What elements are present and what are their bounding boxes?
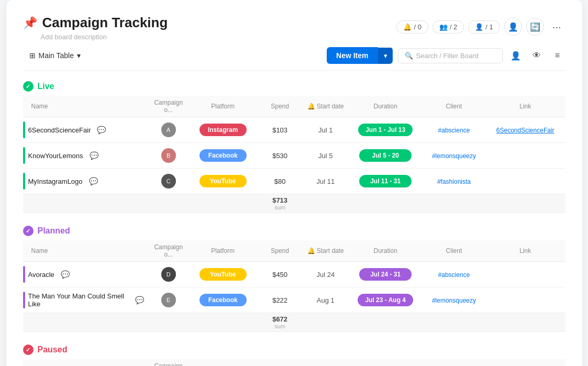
section-paused: ✓ Paused NameCampaign o...PlatformSpend🔔… <box>23 345 565 366</box>
sum-empty-4 <box>348 194 423 213</box>
col-header-duration: Duration <box>348 240 423 262</box>
spend-value: $530 <box>272 152 287 160</box>
search-box[interactable]: 🔍 Search / Filter Board <box>398 48 503 63</box>
bell-col-icon: 🔔 <box>307 103 315 110</box>
section-header-live: ✓ Live <box>23 81 565 92</box>
start-date: Jul 5 <box>318 152 332 160</box>
header-right: 🔔 / 0 👥 / 2 👤 / 1 👤 🔄 ··· <box>396 18 565 36</box>
col-header-client: Client <box>423 96 485 117</box>
row-name: KnowYourLemons <box>28 152 83 160</box>
pin-icon: 📌 <box>23 16 37 30</box>
sections-container: ✓ Live NameCampaign o...PlatformSpend🔔St… <box>23 81 565 366</box>
comment-icon[interactable]: 💬 <box>90 151 98 160</box>
sum-value: $713 <box>261 196 298 204</box>
row-color-bar <box>23 292 25 308</box>
section-status-icon-paused: ✓ <box>23 345 34 355</box>
chevron-down-icon: ▾ <box>77 51 81 60</box>
row-name-cell: Avoracle 💬 <box>23 266 145 283</box>
col-header-spend: Spend <box>257 359 303 366</box>
group-badge[interactable]: 👥 / 2 <box>432 20 464 34</box>
row-name-cell: KnowYourLemons 💬 <box>23 147 145 164</box>
platform-badge: YouTube <box>199 175 247 187</box>
avatar: C <box>161 174 176 188</box>
table-icon: ⊞ <box>29 51 36 60</box>
share-button[interactable]: 🔄 <box>526 18 544 36</box>
sum-value-cell: $672 sum <box>257 313 303 332</box>
groups-icon: 👥 <box>439 23 448 31</box>
user-badge[interactable]: 👤 / 1 <box>468 20 500 34</box>
new-item-dropdown-button[interactable]: ▾ <box>378 48 393 64</box>
sum-empty-3 <box>303 313 348 332</box>
table-planned: NameCampaign o...PlatformSpend🔔Start dat… <box>23 240 565 332</box>
notification-badge[interactable]: 🔔 / 0 <box>396 20 428 34</box>
comment-icon[interactable]: 💬 <box>97 126 106 134</box>
col-header-link: Link <box>485 96 565 117</box>
col-header-name: Name <box>23 240 149 262</box>
sum-row: $672 sum <box>23 313 565 332</box>
person-add-icon: 👤 <box>508 22 518 32</box>
col-header-duration: Duration <box>348 96 423 117</box>
avatar: D <box>161 267 176 282</box>
col-header-campaigno...: Campaign o... <box>148 240 188 262</box>
col-header-spend: Spend <box>257 240 303 262</box>
spend-value: $450 <box>272 271 287 279</box>
duration-badge: Jul 23 - Aug 4 <box>358 294 413 306</box>
link-value[interactable]: 6SecondScienceFair <box>496 127 554 134</box>
col-header-client: Client <box>423 359 485 366</box>
comment-icon[interactable]: 💬 <box>135 296 144 304</box>
sum-empty-2 <box>188 313 257 332</box>
user-icon: 👤 <box>475 23 483 31</box>
section-title-live: Live <box>38 82 54 91</box>
platform-badge: Instagram <box>199 124 247 136</box>
sum-row: $713 sum <box>23 194 565 213</box>
col-header-duration: Duration <box>348 359 423 366</box>
col-header-startdate: 🔔Start date <box>303 240 348 262</box>
section-title-paused: Paused <box>38 345 68 354</box>
client-tag: #lemonsqueezy <box>432 152 476 160</box>
new-item-button-group: New Item ▾ <box>327 47 392 64</box>
col-header-startdate: 🔔Start date <box>303 359 348 366</box>
section-status-icon-live: ✓ <box>23 81 34 92</box>
filter-button[interactable]: ≡ <box>550 48 565 63</box>
spend-value: $80 <box>274 178 286 185</box>
duration-badge: Jul 5 - 20 <box>359 149 412 162</box>
share-icon: 🔄 <box>530 22 540 32</box>
sum-label: sum <box>261 204 298 210</box>
col-header-spend: Spend <box>257 96 303 117</box>
table-row: Avoracle 💬 DYouTube$450Jul 24Jul 24 - 31… <box>23 262 565 287</box>
new-item-button[interactable]: New Item <box>327 47 378 64</box>
section-planned: ✓ Planned NameCampaign o...PlatformSpend… <box>23 226 565 332</box>
invite-button[interactable]: 👤 <box>504 18 522 36</box>
comment-icon[interactable]: 💬 <box>89 177 98 185</box>
col-header-platform: Platform <box>188 240 257 262</box>
eye-button[interactable]: 👁 <box>529 48 545 63</box>
header-title-row: 📌 Campaign Tracking <box>23 15 168 31</box>
row-name: The Man Your Man Could Smell Like <box>28 292 129 308</box>
row-color-bar <box>23 266 25 283</box>
header-left: 📌 Campaign Tracking Add board descriptio… <box>23 15 168 41</box>
sum-empty-1 <box>148 313 188 332</box>
start-date: Jul 11 <box>316 178 335 185</box>
toolbar: ⊞ Main Table ▾ New Item ▾ 🔍 Search / Fil… <box>23 47 565 71</box>
table-view-label: Main Table <box>39 51 74 60</box>
start-date: Jul 24 <box>316 271 335 279</box>
sum-value: $672 <box>261 315 298 323</box>
table-live: NameCampaign o...PlatformSpend🔔Start dat… <box>23 96 565 213</box>
sum-label-cell <box>23 194 149 213</box>
col-header-client: Client <box>423 240 485 262</box>
group-count: / 2 <box>450 23 457 31</box>
more-options-button[interactable]: ··· <box>548 19 565 35</box>
bell-col-icon: 🔔 <box>307 247 315 254</box>
sum-label-cell <box>23 313 149 332</box>
table-view-selector[interactable]: ⊞ Main Table ▾ <box>23 48 87 63</box>
app-container: 📌 Campaign Tracking Add board descriptio… <box>6 0 582 366</box>
col-header-campaigno...: Campaign o... <box>148 96 188 117</box>
sum-empty-5 <box>423 313 485 332</box>
avatar: B <box>161 148 176 163</box>
table-row: MyInstagramLogo 💬 CYouTube$80Jul 11Jul 1… <box>23 169 565 194</box>
board-title: Campaign Tracking <box>42 15 168 31</box>
row-name: Avoracle <box>28 271 54 279</box>
spend-value: $222 <box>272 296 287 304</box>
person-filter-button[interactable]: 👤 <box>508 48 524 63</box>
comment-icon[interactable]: 💬 <box>61 270 70 279</box>
